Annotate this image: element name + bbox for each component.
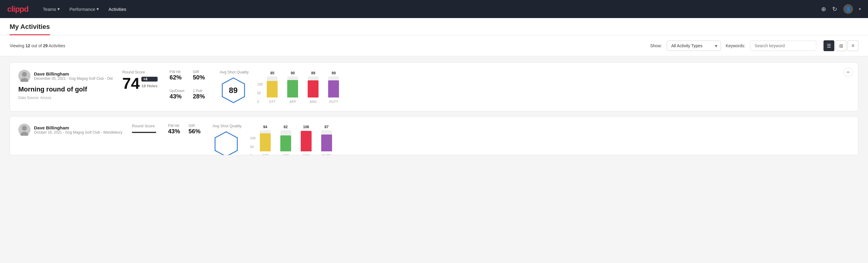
svg-point-5: [22, 126, 27, 130]
nav-right: ⊕ ↻ 👤 ▾: [821, 4, 861, 14]
bar-column: 89ARG: [306, 71, 320, 104]
bar-column: 106ARG: [299, 125, 313, 155]
list-view-button[interactable]: ☰: [824, 40, 834, 51]
card-left: Dave Billingham December 05, 2021 - Gog …: [18, 70, 113, 100]
user-info: Dave Billingham December 05, 2021 - Gog …: [34, 71, 113, 81]
quality-value: 89: [229, 86, 238, 95]
bar-column: 85OTT: [265, 71, 279, 104]
quality-label: Avg Shot Quality: [220, 70, 249, 74]
edit-button[interactable]: ✏: [844, 67, 853, 77]
bar-column: 82APP: [279, 125, 293, 155]
activity-type-select[interactable]: All Activity Types: [667, 40, 721, 51]
navbar: clippd Teams ▾ Performance ▾ Activities …: [0, 0, 868, 18]
refresh-icon[interactable]: ↻: [832, 5, 837, 12]
account-chevron[interactable]: ▾: [859, 7, 861, 11]
gir-stat: GIR 56%: [189, 124, 200, 155]
filter-bar: Viewing 12 out of 29 Activities Show: Al…: [0, 35, 868, 56]
mini-stats: FW Hit 62% GIR 50% Up/Down 43% 1 Putt 28…: [169, 70, 208, 104]
bar-chart: 85OTT90APP89ARG89PUTT: [265, 70, 341, 104]
bar-column: 94OTT: [258, 125, 273, 155]
quality-label: Avg Shot Quality: [213, 124, 242, 128]
card-stats: Round Score 74 +4 18 Holes FW Hit 62% GI…: [122, 70, 850, 104]
user-avatar: [18, 124, 30, 136]
page-title: My Activities: [10, 23, 50, 31]
compact-view-icon: ≡: [851, 43, 854, 49]
quality-hexagon: 89: [220, 77, 247, 104]
round-score-label: Round Score: [132, 124, 156, 128]
compact-view-button[interactable]: ≡: [847, 40, 858, 51]
avatar[interactable]: 👤: [843, 4, 853, 14]
card-stats: Round Score FW Hit 43% GIR 56% Avg Shot …: [132, 124, 850, 155]
quality-section: Avg Shot Quality 89 100 50 0: [220, 70, 341, 104]
round-score-section: Round Score: [132, 124, 156, 155]
activity-card: Dave Billingham October 16, 2021 - Gog M…: [10, 116, 858, 155]
bar-column: 89PUTT: [326, 71, 341, 104]
bar-column: 90APP: [285, 71, 300, 104]
search-input[interactable]: [750, 40, 816, 51]
user-date: October 16, 2021 - Gog Magog Golf Club -…: [34, 130, 122, 135]
grid-view-button[interactable]: ⊞: [836, 40, 846, 51]
activity-name: Morning round of golf: [18, 85, 113, 93]
grid-view-icon: ⊞: [839, 43, 843, 49]
list-view-icon: ☰: [827, 43, 831, 49]
score-display: 74 +4 18 Holes: [122, 76, 157, 91]
oneputt-stat: 1 Putt 28%: [193, 89, 208, 104]
user-name: Dave Billingham: [34, 125, 122, 130]
y-axis: 100 50 0: [257, 83, 262, 104]
quality-hexagon: [213, 130, 240, 155]
add-icon[interactable]: ⊕: [821, 5, 826, 12]
holes-label: 18 Holes: [142, 84, 157, 88]
updown-stat: Up/Down 43%: [169, 89, 184, 104]
activity-type-select-wrapper[interactable]: All Activity Types: [667, 40, 721, 51]
viewing-text: Viewing 12 out of 29 Activities: [10, 43, 645, 48]
nav-teams[interactable]: Teams ▾: [43, 6, 60, 12]
data-source: Data Source: Arccos: [18, 96, 113, 100]
svg-marker-7: [215, 132, 237, 155]
score-value: 74: [122, 76, 140, 91]
card-left: Dave Billingham October 16, 2021 - Gog M…: [18, 124, 122, 139]
gir-stat: GIR 50%: [193, 70, 208, 85]
user-row: Dave Billingham October 16, 2021 - Gog M…: [18, 124, 122, 136]
nav-performance[interactable]: Performance ▾: [69, 6, 99, 12]
bar-chart: 94OTT82APP106ARG87PUTT: [258, 124, 334, 155]
logo: clippd: [7, 4, 29, 14]
bar-column: 87PUTT: [319, 125, 334, 155]
activities-list: ✏ Dave Billingham December 05, 2021 - Go…: [0, 56, 868, 161]
user-avatar: [18, 70, 30, 82]
activity-card: ✏ Dave Billingham December 05, 2021 - Go…: [10, 62, 858, 111]
score-badge: +4: [142, 77, 157, 82]
round-score-section: Round Score 74 +4 18 Holes: [122, 70, 157, 104]
mini-stats: FW Hit 43% GIR 56%: [168, 124, 200, 155]
user-name: Dave Billingham: [34, 71, 113, 77]
keywords-label: Keywords:: [726, 43, 745, 48]
fw-hit-stat: FW Hit 62%: [169, 70, 184, 85]
user-row: Dave Billingham December 05, 2021 - Gog …: [18, 70, 113, 82]
fw-hit-stat: FW Hit 43%: [168, 124, 180, 155]
view-toggle: ☰ ⊞ ≡: [824, 40, 858, 51]
page-header: My Activities: [0, 18, 868, 35]
user-date: December 05, 2021 - Gog Magog Golf Club …: [34, 77, 113, 81]
round-score-label: Round Score: [122, 70, 157, 74]
nav-activities[interactable]: Activities: [108, 7, 126, 12]
show-label: Show:: [650, 43, 662, 48]
quality-section: Avg Shot Quality 100 50 0 94OTT82APP106A…: [213, 124, 334, 155]
y-axis: 100 50 0: [250, 136, 255, 155]
user-info: Dave Billingham October 16, 2021 - Gog M…: [34, 125, 122, 135]
svg-point-1: [22, 72, 27, 77]
